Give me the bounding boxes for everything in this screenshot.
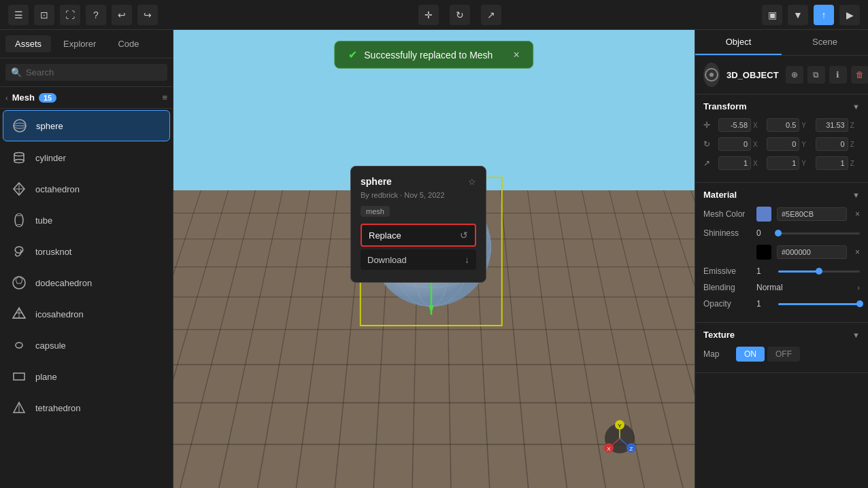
asset-name: dodecahedron (35, 278, 92, 288)
rotation-x-input[interactable] (718, 137, 751, 151)
shininess-track[interactable] (778, 232, 860, 234)
tab-explorer[interactable]: Explorer (54, 35, 105, 52)
list-item[interactable]: capsule (3, 330, 170, 360)
list-item[interactable]: tube (3, 205, 170, 235)
asset-name: icosahedron (35, 309, 84, 319)
download-button[interactable]: Download ↓ (361, 249, 476, 270)
list-item[interactable]: octahedron (3, 174, 170, 204)
texture-map-row: Map ON OFF (703, 347, 860, 362)
scale-icon: ↗ (703, 158, 714, 168)
emissive-value: 1 (756, 266, 773, 276)
list-item[interactable]: plane (3, 362, 170, 391)
emissive-color-value[interactable]: #000000 (777, 245, 847, 259)
search-input[interactable] (26, 67, 162, 77)
svg-text:Z: Z (630, 446, 633, 452)
list-view-icon[interactable]: ≡ (162, 92, 167, 103)
position-y-field: Y (767, 118, 811, 132)
duplicate-button[interactable]: ⊕ (786, 66, 803, 84)
transform-chevron-icon[interactable]: ▼ (852, 103, 860, 111)
object-avatar (703, 63, 720, 87)
asset-name: sphere (36, 121, 63, 131)
list-item[interactable]: dodecahedron (3, 268, 170, 298)
redo-button[interactable]: ↪ (137, 5, 158, 25)
blending-chevron-icon[interactable]: › (857, 283, 860, 292)
mesh-label: Mesh (12, 92, 35, 103)
rotation-z-input[interactable] (816, 137, 848, 151)
map-on-button[interactable]: ON (736, 347, 765, 362)
sx-label: X (753, 160, 758, 167)
main-layout: Assets Explorer Code 🔍 ‹ Mesh 15 ≡ spher… (0, 30, 868, 488)
asset-name: torusknot (35, 247, 71, 257)
rotate-tool-button[interactable]: ↻ (450, 5, 470, 25)
menu-button[interactable]: ☰ (8, 5, 29, 25)
delete-button[interactable]: 🗑 (851, 66, 868, 84)
undo-button[interactable]: ↩ (112, 5, 132, 25)
sz-label: Z (850, 160, 854, 167)
mesh-color-value[interactable]: #5E80CB (777, 207, 847, 221)
expand-button[interactable]: ▼ (788, 5, 808, 25)
emissive-color-swatch[interactable] (756, 245, 771, 260)
tab-object[interactable]: Object (695, 30, 782, 55)
popup-star-icon[interactable]: ☆ (468, 177, 476, 187)
position-x-input[interactable] (718, 118, 751, 132)
panel-toggle-button[interactable]: ▣ (762, 5, 782, 25)
upload-button[interactable]: ↑ (814, 5, 834, 25)
transform-title: Transform (703, 101, 747, 111)
position-z-input[interactable] (816, 118, 848, 132)
emissive-track[interactable] (778, 271, 860, 273)
move-tool-button[interactable]: ✛ (418, 5, 439, 25)
texture-chevron-icon[interactable]: ▼ (852, 331, 860, 339)
opacity-value: 1 (756, 299, 773, 309)
topbar-right: ▣ ▼ ↑ ▶ (762, 5, 860, 25)
scale-y-input[interactable] (767, 156, 799, 170)
list-item[interactable]: sphere (3, 110, 170, 141)
svg-point-11 (16, 225, 22, 227)
tab-code[interactable]: Code (108, 35, 148, 52)
replace-button[interactable]: Replace ↺ (361, 224, 476, 247)
toast-close-button[interactable]: × (513, 49, 519, 61)
list-item[interactable]: cylinder (3, 143, 170, 173)
mesh-color-clear-icon[interactable]: × (855, 209, 860, 219)
sy-label: Y (801, 160, 806, 167)
scale-z-field: Z (816, 156, 860, 170)
list-item[interactable]: icosahedron (3, 299, 170, 329)
topbar-center: ✛ ↻ ↗ (163, 5, 756, 25)
mesh-color-swatch[interactable] (756, 207, 771, 222)
viewport[interactable]: ✔ Successfully replaced to Mesh × sphere… (173, 30, 695, 488)
emissive-color-clear-icon[interactable]: × (855, 247, 860, 257)
search-input-wrap[interactable]: 🔍 (5, 64, 167, 81)
play-button[interactable]: ▶ (839, 5, 860, 25)
asset-list: sphere cylinder octahedron tube (0, 109, 173, 488)
tab-scene[interactable]: Scene (782, 30, 868, 55)
position-y-input[interactable] (767, 118, 799, 132)
capsule-icon (10, 336, 29, 355)
material-chevron-icon[interactable]: ▼ (852, 191, 860, 199)
layout-button[interactable]: ⊡ (34, 5, 54, 25)
mesh-chevron-icon[interactable]: ‹ (5, 94, 8, 102)
map-toggle-group: ON OFF (736, 347, 800, 362)
object-header: 3D_OBJECT ⊕ ⧉ ℹ 🗑 (695, 56, 868, 94)
download-icon: ↓ (465, 254, 469, 265)
opacity-track[interactable] (778, 303, 860, 305)
info-button[interactable]: ℹ (829, 66, 847, 84)
asset-name: tetrahedron (35, 403, 81, 413)
svg-point-3 (14, 153, 24, 156)
topbar-left: ☰ ⊡ ⛶ ? ↩ ↪ (8, 5, 158, 25)
scale-tool-button[interactable]: ↗ (481, 5, 501, 25)
toast-notification: ✔ Successfully replaced to Mesh × (334, 41, 533, 69)
cylinder-icon (10, 148, 29, 167)
asset-name: capsule (35, 341, 66, 351)
tab-assets[interactable]: Assets (5, 35, 51, 52)
fullscreen-button[interactable]: ⛶ (60, 5, 80, 25)
scale-z-input[interactable] (816, 156, 848, 170)
viewport-gizmo: Y X Z (599, 418, 640, 461)
help-button[interactable]: ? (86, 5, 106, 25)
list-item[interactable]: torusknot (3, 237, 170, 266)
copy-button[interactable]: ⧉ (807, 66, 825, 84)
list-item[interactable]: tetrahedron (3, 393, 170, 423)
scale-x-input[interactable] (718, 156, 751, 170)
map-off-button[interactable]: OFF (767, 347, 800, 362)
opacity-row: Opacity 1 (703, 299, 860, 309)
rotation-y-input[interactable] (767, 137, 799, 151)
svg-point-12 (13, 277, 25, 289)
